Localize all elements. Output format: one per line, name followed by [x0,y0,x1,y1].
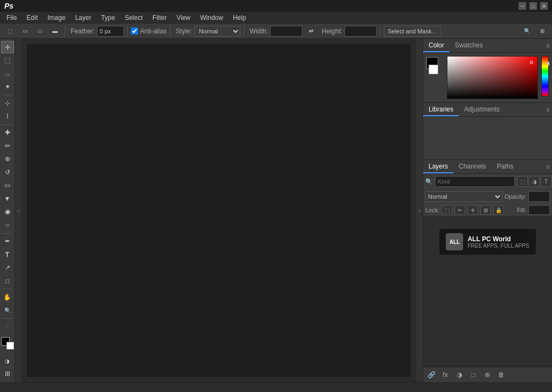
feather-input[interactable] [97,26,124,37]
status-bar [0,382,552,392]
new-layer-btn[interactable]: ⊕ [481,369,493,380]
tool-zoom[interactable]: 🔍 [1,304,14,317]
new-group-btn[interactable]: □ [467,369,479,380]
lock-transform-btn[interactable]: ✛ [467,205,478,215]
tool-path-select[interactable]: ↗ [1,261,14,274]
layers-kind-input[interactable] [435,176,515,187]
tool-magic-wand[interactable]: ⁕ [1,80,14,93]
window-controls: ─ □ ✕ [519,2,548,10]
style-select[interactable]: Normal Fixed Ratio Fixed Size [194,26,240,37]
left-panel-collapse[interactable]: ‹ [15,39,22,382]
options-bar: ⬚ ▭ ⬭ ▬ Feather: Anti-alias Style: Norma… [0,24,552,39]
watermark-text: ALL PC World FREE APPS, FULL APPS [467,235,529,249]
tool-heal[interactable]: ✚ [1,127,14,139]
color-gradient[interactable] [447,56,538,99]
menu-type[interactable]: Type [96,13,119,23]
select-and-mask-btn[interactable]: Select and Mask... [384,26,440,37]
tool-more[interactable]: ··· [1,320,14,333]
minimize-button[interactable]: ─ [519,2,526,10]
filter-text[interactable]: T [541,176,551,187]
layers-filter-icons: ⬚ ◑ T □ ⊕ [517,176,552,187]
layers-channels-paths-tabs: Layers Channels Paths ≡ [423,160,552,174]
background-color[interactable] [6,342,14,349]
color-panel-menu[interactable]: ≡ [546,42,550,50]
menu-select[interactable]: Select [120,13,147,23]
filter-pixel[interactable]: ⬚ [517,176,528,187]
height-input[interactable] [344,26,377,37]
lock-all-btn[interactable]: 🔒 [493,205,504,215]
tool-brush[interactable]: ✏ [1,139,14,152]
menu-file[interactable]: File [2,13,21,23]
height-label: Height: [322,27,342,35]
menu-filter[interactable]: Filter [148,13,171,23]
tool-history-brush[interactable]: ↺ [1,166,14,178]
lock-paint-btn[interactable]: ✏ [454,205,465,215]
tool-quick-mask[interactable]: ◑ [1,354,14,367]
width-input[interactable] [270,26,302,37]
marquee-ellipse-btn[interactable]: ⬭ [33,25,46,37]
marquee-rounded-btn[interactable]: ▭ [18,25,31,37]
lock-artboard-btn[interactable]: ⊞ [480,205,491,215]
restore-button[interactable]: □ [529,2,537,10]
filter-adjust[interactable]: ◑ [529,176,540,187]
menu-edit[interactable]: Edit [22,13,42,23]
opacity-input[interactable] [528,191,550,202]
menu-help[interactable]: Help [229,13,251,23]
separator-5 [380,26,381,37]
tool-eraser[interactable]: ▭ [1,179,14,192]
tool-hand[interactable]: ✋ [1,291,14,303]
tab-channels[interactable]: Channels [453,160,492,173]
tool-rect-select[interactable]: ⬚ [1,54,14,66]
layers-lock-row: Lock: ⬚ ✏ ✛ ⊞ 🔒 Fill: [423,204,552,216]
tool-shape[interactable]: □ [1,275,14,287]
tool-pen[interactable]: ✒ [1,235,14,247]
marquee-rect-btn[interactable]: ⬚ [3,25,16,37]
right-panel-collapse[interactable]: › [416,39,423,382]
lock-pixels-btn[interactable]: ⬚ [441,205,452,215]
menu-layer[interactable]: Layer [71,13,95,23]
delete-layer-btn[interactable]: 🗑 [495,369,507,380]
tab-libraries[interactable]: Libraries [423,103,459,116]
tool-screen-mode[interactable]: ⊞ [1,367,14,380]
blend-mode-select[interactable]: Normal Dissolve Multiply Screen Overlay [425,191,502,202]
layers-panel-menu[interactable]: ≡ [546,163,550,171]
color-picker-area [426,56,549,99]
search-btn[interactable]: 🔍 [521,25,534,37]
tool-fill[interactable]: ▼ [1,192,14,205]
tab-swatches[interactable]: Swatches [450,39,488,52]
tool-crop[interactable]: ⊹ [1,97,14,109]
layers-filter-row: 🔍 ⬚ ◑ T □ ⊕ ○ [423,174,552,189]
swap-dimensions-btn[interactable]: ⇄ [305,25,318,37]
tab-paths[interactable]: Paths [492,160,519,173]
tab-layers[interactable]: Layers [423,160,453,173]
antialias-checkbox[interactable] [131,27,138,34]
tab-adjustments[interactable]: Adjustments [459,103,505,116]
bg-swatch[interactable] [429,65,438,74]
marquee-single-row-btn[interactable]: ▬ [49,25,61,37]
tool-eyedropper[interactable]: ⌇ [1,110,14,122]
menu-image[interactable]: Image [43,13,70,23]
main-layout: ✛ ⬚ ⌓ ⁕ ⊹ ⌇ ✚ ✏ ⊕ ↺ ▭ ▼ ◉ ○ ✒ T ↗ □ ✋ 🔍 … [0,39,552,382]
tool-sep-3 [2,233,13,234]
tool-lasso[interactable]: ⌓ [1,67,14,80]
feather-label: Feather: [71,27,95,35]
link-layers-btn[interactable]: 🔗 [425,369,437,380]
fill-input[interactable] [528,205,550,215]
new-fill-layer-btn[interactable]: ◑ [453,369,465,380]
libraries-panel [423,117,552,160]
libraries-panel-menu[interactable]: ≡ [546,106,550,114]
tool-clone-stamp[interactable]: ⊕ [1,153,14,165]
menu-view[interactable]: View [172,13,195,23]
tab-color[interactable]: Color [423,39,450,52]
tool-move[interactable]: ✛ [1,41,14,53]
workspaces-btn[interactable]: ⊞ [536,25,549,37]
tool-blur[interactable]: ◉ [1,206,14,218]
fx-btn[interactable]: fx [439,369,451,380]
tool-dodge[interactable]: ○ [1,219,14,231]
menu-bar: File Edit Image Layer Type Select Filter… [0,12,552,24]
libraries-adjustments-tabs: Libraries Adjustments ≡ [423,103,552,117]
menu-window[interactable]: Window [196,13,227,23]
close-button[interactable]: ✕ [540,2,548,10]
canvas-area[interactable] [22,39,416,382]
tool-text[interactable]: T [1,248,14,261]
